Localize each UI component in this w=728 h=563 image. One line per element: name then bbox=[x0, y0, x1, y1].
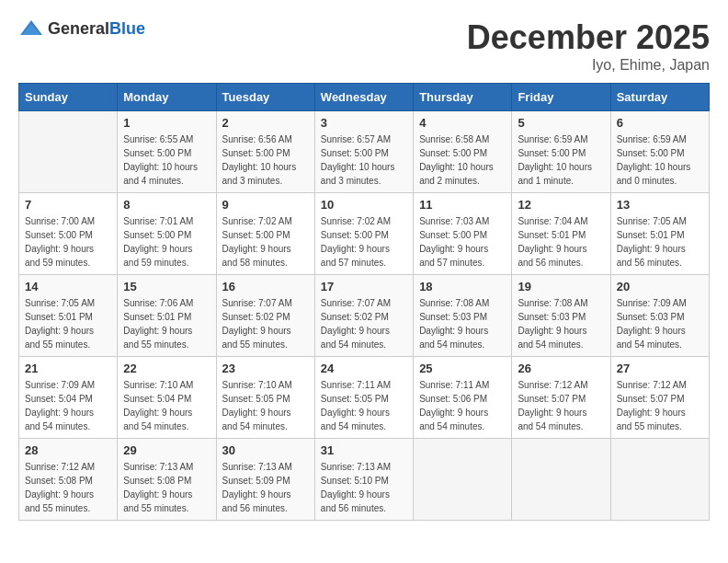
calendar-cell: 15Sunrise: 7:06 AM Sunset: 5:01 PM Dayli… bbox=[118, 275, 216, 357]
day-info: Sunrise: 7:00 AM Sunset: 5:00 PM Dayligh… bbox=[25, 214, 111, 270]
calendar-cell: 25Sunrise: 7:11 AM Sunset: 5:06 PM Dayli… bbox=[414, 357, 512, 439]
day-info: Sunrise: 7:08 AM Sunset: 5:03 PM Dayligh… bbox=[518, 296, 604, 351]
weekday-header-saturday: Saturday bbox=[610, 84, 709, 111]
calendar-cell: 29Sunrise: 7:13 AM Sunset: 5:08 PM Dayli… bbox=[118, 439, 216, 521]
calendar-week-row: 21Sunrise: 7:09 AM Sunset: 5:04 PM Dayli… bbox=[19, 357, 710, 439]
weekday-header-sunday: Sunday bbox=[19, 84, 118, 111]
calendar-cell: 17Sunrise: 7:07 AM Sunset: 5:02 PM Dayli… bbox=[314, 275, 413, 357]
calendar-cell: 30Sunrise: 7:13 AM Sunset: 5:09 PM Dayli… bbox=[216, 439, 314, 521]
day-info: Sunrise: 7:05 AM Sunset: 5:01 PM Dayligh… bbox=[25, 296, 111, 351]
day-number: 19 bbox=[518, 280, 604, 293]
day-number: 20 bbox=[617, 280, 703, 293]
day-info: Sunrise: 7:06 AM Sunset: 5:01 PM Dayligh… bbox=[123, 296, 210, 351]
day-info: Sunrise: 7:12 AM Sunset: 5:08 PM Dayligh… bbox=[25, 460, 111, 515]
weekday-header-thursday: Thursday bbox=[414, 84, 512, 111]
day-number: 8 bbox=[123, 198, 210, 212]
calendar-week-row: 14Sunrise: 7:05 AM Sunset: 5:01 PM Dayli… bbox=[19, 275, 710, 357]
day-info: Sunrise: 7:04 AM Sunset: 5:01 PM Dayligh… bbox=[518, 214, 604, 270]
calendar-table: SundayMondayTuesdayWednesdayThursdayFrid… bbox=[18, 83, 710, 521]
calendar-header-row: SundayMondayTuesdayWednesdayThursdayFrid… bbox=[19, 84, 710, 111]
day-number: 27 bbox=[617, 362, 703, 375]
calendar-cell: 16Sunrise: 7:07 AM Sunset: 5:02 PM Dayli… bbox=[216, 275, 314, 357]
day-info: Sunrise: 7:10 AM Sunset: 5:04 PM Dayligh… bbox=[123, 378, 210, 433]
day-info: Sunrise: 7:08 AM Sunset: 5:03 PM Dayligh… bbox=[419, 296, 506, 351]
logo-text-blue: Blue bbox=[109, 19, 145, 38]
day-info: Sunrise: 7:09 AM Sunset: 5:04 PM Dayligh… bbox=[25, 378, 111, 433]
day-info: Sunrise: 6:56 AM Sunset: 5:00 PM Dayligh… bbox=[222, 132, 309, 188]
calendar-body: 1Sunrise: 6:55 AM Sunset: 5:00 PM Daylig… bbox=[19, 111, 710, 521]
calendar-cell bbox=[512, 439, 610, 521]
day-info: Sunrise: 7:02 AM Sunset: 5:00 PM Dayligh… bbox=[321, 214, 407, 270]
day-number: 26 bbox=[518, 362, 604, 375]
day-info: Sunrise: 7:11 AM Sunset: 5:05 PM Dayligh… bbox=[321, 378, 407, 433]
day-info: Sunrise: 7:05 AM Sunset: 5:01 PM Dayligh… bbox=[617, 214, 703, 270]
day-number: 5 bbox=[518, 116, 604, 130]
day-info: Sunrise: 7:12 AM Sunset: 5:07 PM Dayligh… bbox=[518, 378, 604, 433]
day-number: 14 bbox=[25, 280, 111, 293]
day-number: 12 bbox=[518, 198, 604, 212]
calendar-cell: 21Sunrise: 7:09 AM Sunset: 5:04 PM Dayli… bbox=[19, 357, 118, 439]
page-header: GeneralBlue December 2025 Iyo, Ehime, Ja… bbox=[18, 18, 710, 74]
calendar-cell: 28Sunrise: 7:12 AM Sunset: 5:08 PM Dayli… bbox=[19, 439, 118, 521]
day-number: 25 bbox=[419, 362, 506, 375]
calendar-cell bbox=[610, 439, 709, 521]
calendar-cell bbox=[414, 439, 512, 521]
day-number: 18 bbox=[419, 280, 506, 293]
calendar-cell bbox=[19, 111, 118, 193]
day-info: Sunrise: 7:13 AM Sunset: 5:09 PM Dayligh… bbox=[222, 460, 309, 515]
calendar-cell: 23Sunrise: 7:10 AM Sunset: 5:05 PM Dayli… bbox=[216, 357, 314, 439]
day-number: 30 bbox=[222, 443, 309, 457]
day-number: 24 bbox=[321, 362, 407, 375]
day-number: 9 bbox=[222, 198, 309, 212]
day-number: 21 bbox=[25, 362, 111, 375]
day-number: 23 bbox=[222, 362, 309, 375]
day-info: Sunrise: 7:11 AM Sunset: 5:06 PM Dayligh… bbox=[419, 378, 506, 433]
title-area: December 2025 Iyo, Ehime, Japan bbox=[467, 18, 710, 74]
weekday-header-monday: Monday bbox=[118, 84, 216, 111]
day-number: 28 bbox=[25, 443, 111, 457]
day-info: Sunrise: 7:09 AM Sunset: 5:03 PM Dayligh… bbox=[617, 296, 703, 351]
calendar-cell: 20Sunrise: 7:09 AM Sunset: 5:03 PM Dayli… bbox=[610, 275, 709, 357]
day-number: 7 bbox=[25, 198, 111, 212]
logo-icon bbox=[18, 18, 44, 39]
calendar-cell: 22Sunrise: 7:10 AM Sunset: 5:04 PM Dayli… bbox=[118, 357, 216, 439]
day-info: Sunrise: 7:13 AM Sunset: 5:08 PM Dayligh… bbox=[123, 460, 210, 515]
calendar-cell: 14Sunrise: 7:05 AM Sunset: 5:01 PM Dayli… bbox=[19, 275, 118, 357]
day-info: Sunrise: 7:07 AM Sunset: 5:02 PM Dayligh… bbox=[321, 296, 407, 351]
day-number: 16 bbox=[222, 280, 309, 293]
weekday-header-wednesday: Wednesday bbox=[314, 84, 413, 111]
day-info: Sunrise: 7:02 AM Sunset: 5:00 PM Dayligh… bbox=[222, 214, 309, 270]
calendar-cell: 6Sunrise: 6:59 AM Sunset: 5:00 PM Daylig… bbox=[610, 111, 709, 193]
day-info: Sunrise: 7:10 AM Sunset: 5:05 PM Dayligh… bbox=[222, 378, 309, 433]
calendar-week-row: 28Sunrise: 7:12 AM Sunset: 5:08 PM Dayli… bbox=[19, 439, 710, 521]
calendar-week-row: 7Sunrise: 7:00 AM Sunset: 5:00 PM Daylig… bbox=[19, 193, 710, 275]
location-subtitle: Iyo, Ehime, Japan bbox=[467, 57, 710, 74]
day-info: Sunrise: 6:58 AM Sunset: 5:00 PM Dayligh… bbox=[419, 132, 506, 188]
day-number: 15 bbox=[123, 280, 210, 293]
day-info: Sunrise: 7:01 AM Sunset: 5:00 PM Dayligh… bbox=[123, 214, 210, 270]
day-info: Sunrise: 6:55 AM Sunset: 5:00 PM Dayligh… bbox=[123, 132, 210, 188]
calendar-cell: 3Sunrise: 6:57 AM Sunset: 5:00 PM Daylig… bbox=[314, 111, 413, 193]
month-title: December 2025 bbox=[467, 18, 710, 57]
day-number: 22 bbox=[123, 362, 210, 375]
weekday-header-tuesday: Tuesday bbox=[216, 84, 314, 111]
calendar-cell: 9Sunrise: 7:02 AM Sunset: 5:00 PM Daylig… bbox=[216, 193, 314, 275]
calendar-cell: 18Sunrise: 7:08 AM Sunset: 5:03 PM Dayli… bbox=[414, 275, 512, 357]
day-number: 2 bbox=[222, 116, 309, 130]
logo-text-general: General bbox=[48, 19, 109, 38]
day-info: Sunrise: 6:59 AM Sunset: 5:00 PM Dayligh… bbox=[617, 132, 703, 188]
calendar-cell: 13Sunrise: 7:05 AM Sunset: 5:01 PM Dayli… bbox=[610, 193, 709, 275]
calendar-cell: 11Sunrise: 7:03 AM Sunset: 5:00 PM Dayli… bbox=[414, 193, 512, 275]
calendar-cell: 7Sunrise: 7:00 AM Sunset: 5:00 PM Daylig… bbox=[19, 193, 118, 275]
calendar-cell: 10Sunrise: 7:02 AM Sunset: 5:00 PM Dayli… bbox=[314, 193, 413, 275]
weekday-header-friday: Friday bbox=[512, 84, 610, 111]
calendar-week-row: 1Sunrise: 6:55 AM Sunset: 5:00 PM Daylig… bbox=[19, 111, 710, 193]
calendar-cell: 4Sunrise: 6:58 AM Sunset: 5:00 PM Daylig… bbox=[414, 111, 512, 193]
day-info: Sunrise: 6:59 AM Sunset: 5:00 PM Dayligh… bbox=[518, 132, 604, 188]
calendar-cell: 27Sunrise: 7:12 AM Sunset: 5:07 PM Dayli… bbox=[610, 357, 709, 439]
calendar-cell: 1Sunrise: 6:55 AM Sunset: 5:00 PM Daylig… bbox=[118, 111, 216, 193]
day-number: 17 bbox=[321, 280, 407, 293]
day-number: 13 bbox=[617, 198, 703, 212]
day-number: 3 bbox=[321, 116, 407, 130]
logo: GeneralBlue bbox=[18, 18, 145, 39]
